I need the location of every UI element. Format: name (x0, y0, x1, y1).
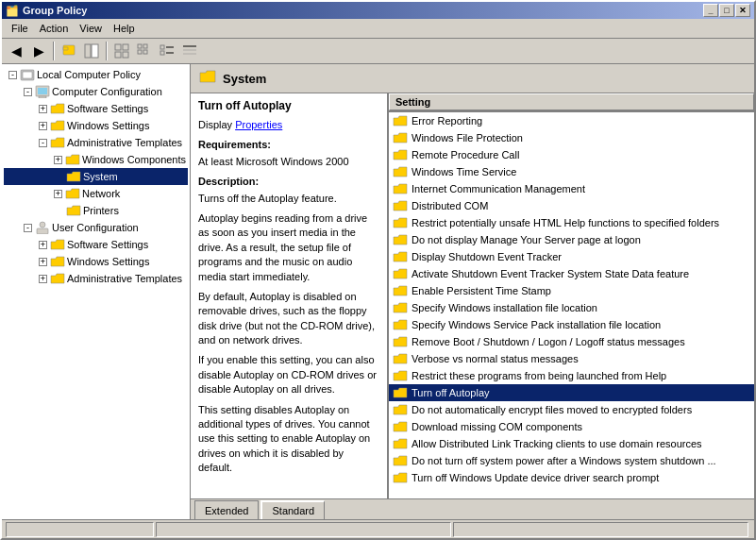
tree-windows-settings-2[interactable]: + Windows Settings (4, 253, 188, 270)
expand-software-1[interactable]: + (39, 105, 47, 113)
tree-local-policy[interactable]: - Local Computer Policy (4, 66, 188, 83)
show-hide-tree-button[interactable] (81, 41, 102, 61)
section-header: System (191, 64, 754, 93)
list-item[interactable]: Restrict potentially unsafe HTML Help fu… (389, 214, 754, 231)
list-item[interactable]: Do not display Manage Your Server page a… (389, 231, 754, 248)
properties-link[interactable]: Properties (235, 119, 282, 130)
svg-marker-51 (394, 337, 407, 346)
setting-label: Do not automatically encrypt files moved… (412, 404, 692, 415)
system-label: System (83, 171, 118, 182)
settings-list-pane: Setting Error ReportingWindows File Prot… (389, 93, 754, 498)
tree-software-settings-1[interactable]: + Software Settings (4, 100, 188, 117)
setting-icon (393, 266, 408, 281)
policy-tree: - Local Computer Policy - Computer Confi… (2, 64, 190, 289)
expand-windows-2[interactable]: + (39, 258, 47, 266)
tree-network[interactable]: + Network (4, 185, 188, 202)
svg-marker-53 (394, 371, 407, 380)
list-item[interactable]: Turn off Autoplay (389, 384, 754, 401)
svg-rect-9 (143, 44, 147, 48)
setting-column-header[interactable]: Setting (389, 93, 754, 110)
windows-settings-2-icon (50, 254, 65, 269)
setting-label: Display Shutdown Event Tracker (412, 251, 562, 262)
menu-help[interactable]: Help (108, 21, 141, 36)
expand-software-2[interactable]: + (39, 241, 47, 249)
setting-icon (393, 470, 408, 485)
expand-admin-1[interactable]: - (39, 139, 47, 147)
list-view-button[interactable] (157, 41, 177, 61)
tree-admin-templates-2[interactable]: + Administrative Templates (4, 270, 188, 287)
expand-admin-2[interactable]: + (39, 275, 47, 283)
user-config-icon (35, 220, 50, 235)
svg-marker-54 (394, 388, 407, 397)
tab-standard[interactable]: Standard (260, 500, 325, 519)
expand-win-components[interactable]: + (54, 156, 62, 164)
admin-templates-2-label: Administrative Templates (67, 273, 182, 284)
large-icons-button[interactable] (111, 41, 132, 61)
list-item[interactable]: Windows Time Service (389, 163, 754, 180)
back-button[interactable]: ◀ (6, 41, 26, 61)
list-item[interactable]: Allow Distributed Link Tracking clients … (389, 435, 754, 452)
list-item[interactable]: Remove Boot / Shutdown / Logon / Logoff … (389, 333, 754, 350)
forward-button[interactable]: ▶ (28, 41, 49, 61)
list-item[interactable]: Enable Persistent Time Stamp (389, 282, 754, 299)
detail-view-button[interactable] (179, 41, 200, 61)
maximize-button[interactable]: □ (719, 4, 734, 17)
tree-printers[interactable]: Printers (4, 202, 188, 219)
svg-marker-50 (394, 320, 407, 329)
list-item[interactable]: Turn off Windows Update device driver se… (389, 469, 754, 486)
list-item[interactable]: Download missing COM components (389, 418, 754, 435)
list-item[interactable]: Internet Communication Management (389, 180, 754, 197)
list-item[interactable]: Restrict these programs from being launc… (389, 367, 754, 384)
tree-panel: - Local Computer Policy - Computer Confi… (2, 64, 191, 519)
menu-file[interactable]: File (6, 21, 34, 36)
svg-marker-24 (51, 104, 64, 113)
setting-icon (393, 181, 408, 196)
tree-windows-settings-1[interactable]: + Windows Settings (4, 117, 188, 134)
setting-label: Activate Shutdown Event Tracker System S… (412, 268, 689, 279)
list-item[interactable]: Do not automatically encrypt files moved… (389, 401, 754, 418)
list-item[interactable]: Verbose vs normal status messages (389, 350, 754, 367)
tab-extended[interactable]: Extended (194, 500, 259, 519)
svg-marker-26 (51, 138, 64, 147)
expand-local-policy[interactable]: - (8, 71, 17, 79)
small-icons-button[interactable] (134, 41, 155, 61)
windows-settings-1-label: Windows Settings (67, 120, 149, 131)
software-settings-1-icon (50, 101, 65, 116)
list-item[interactable]: Display Shutdown Event Tracker (389, 248, 754, 265)
svg-marker-36 (200, 71, 215, 82)
list-item[interactable]: Do not turn off system power after a Win… (389, 452, 754, 469)
up-button[interactable] (59, 41, 79, 61)
svg-rect-7 (123, 52, 128, 58)
list-item[interactable]: Specify Windows Service Pack installatio… (389, 316, 754, 333)
close-button[interactable]: ✕ (735, 4, 750, 17)
svg-marker-35 (51, 274, 64, 283)
expand-user-config[interactable]: - (24, 224, 32, 232)
menu-action[interactable]: Action (34, 21, 75, 36)
list-item[interactable]: Activate Shutdown Event Tracker System S… (389, 265, 754, 282)
setting-icon (393, 334, 408, 349)
tree-system[interactable]: System (4, 168, 188, 185)
list-item[interactable]: Windows File Protection (389, 129, 754, 146)
tree-software-settings-2[interactable]: + Software Settings (4, 236, 188, 253)
expand-windows-1[interactable]: + (39, 122, 47, 130)
main-area: - Local Computer Policy - Computer Confi… (2, 64, 754, 519)
tree-user-config[interactable]: - User Configuration (4, 219, 188, 236)
svg-marker-49 (394, 303, 407, 312)
setting-label: Windows File Protection (412, 132, 523, 143)
tree-windows-components[interactable]: + Windows Components (4, 151, 188, 168)
list-item[interactable]: Remote Procedure Call (389, 146, 754, 163)
list-item[interactable]: Distributed COM (389, 197, 754, 214)
tree-admin-templates-1[interactable]: - Administrative Templates (4, 134, 188, 151)
menu-view[interactable]: View (74, 21, 108, 36)
setting-icon (393, 147, 408, 162)
expand-network[interactable]: + (54, 190, 62, 198)
minimize-button[interactable]: _ (703, 4, 718, 17)
list-item[interactable]: Specify Windows installation file locati… (389, 299, 754, 316)
list-item[interactable]: Error Reporting (389, 112, 754, 129)
desc-text: Turns off the Autoplay feature. (198, 192, 379, 206)
local-policy-label: Local Computer Policy (37, 69, 141, 80)
svg-marker-25 (51, 121, 64, 130)
tree-computer-config[interactable]: - Computer Configuration (4, 83, 188, 100)
svg-rect-3 (92, 44, 98, 58)
expand-computer-config[interactable]: - (24, 88, 32, 96)
